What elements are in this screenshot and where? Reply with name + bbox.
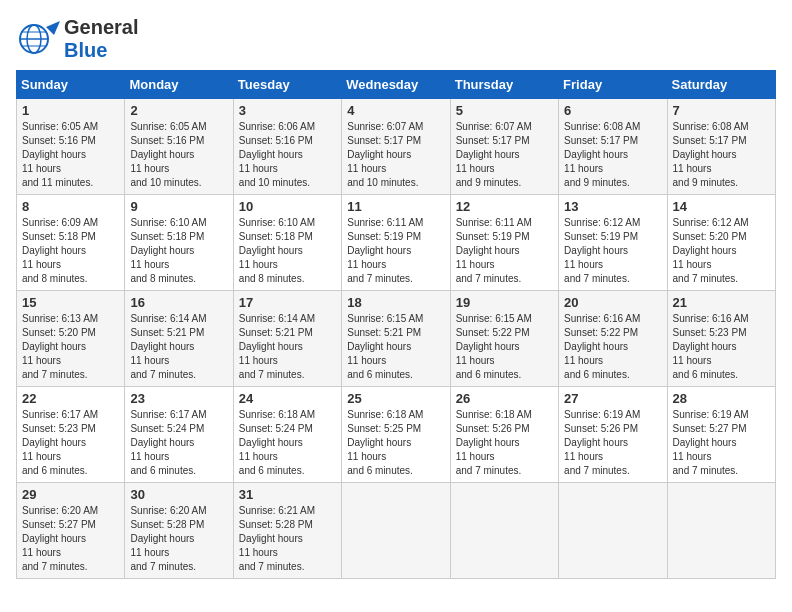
calendar-day-cell: 29Sunrise: 6:20 AMSunset: 5:27 PMDayligh… [17,483,125,579]
day-number: 20 [564,295,661,310]
day-info: Sunrise: 6:16 AMSunset: 5:22 PMDaylight … [564,312,661,382]
header-friday: Friday [559,71,667,99]
header: General Blue [16,16,776,62]
day-number: 26 [456,391,553,406]
calendar-day-cell: 31Sunrise: 6:21 AMSunset: 5:28 PMDayligh… [233,483,341,579]
day-number: 6 [564,103,661,118]
day-number: 30 [130,487,227,502]
day-number: 11 [347,199,444,214]
calendar-day-cell: 10Sunrise: 6:10 AMSunset: 5:18 PMDayligh… [233,195,341,291]
calendar-day-cell: 16Sunrise: 6:14 AMSunset: 5:21 PMDayligh… [125,291,233,387]
day-number: 14 [673,199,770,214]
calendar-day-cell: 5Sunrise: 6:07 AMSunset: 5:17 PMDaylight… [450,99,558,195]
calendar-day-cell: 13Sunrise: 6:12 AMSunset: 5:19 PMDayligh… [559,195,667,291]
day-info: Sunrise: 6:18 AMSunset: 5:26 PMDaylight … [456,408,553,478]
header-sunday: Sunday [17,71,125,99]
calendar-day-cell [342,483,450,579]
day-info: Sunrise: 6:10 AMSunset: 5:18 PMDaylight … [239,216,336,286]
day-number: 25 [347,391,444,406]
day-info: Sunrise: 6:13 AMSunset: 5:20 PMDaylight … [22,312,119,382]
day-info: Sunrise: 6:12 AMSunset: 5:20 PMDaylight … [673,216,770,286]
day-info: Sunrise: 6:17 AMSunset: 5:24 PMDaylight … [130,408,227,478]
day-number: 7 [673,103,770,118]
day-number: 8 [22,199,119,214]
day-number: 21 [673,295,770,310]
calendar-day-cell: 18Sunrise: 6:15 AMSunset: 5:21 PMDayligh… [342,291,450,387]
day-info: Sunrise: 6:08 AMSunset: 5:17 PMDaylight … [673,120,770,190]
calendar-day-cell: 25Sunrise: 6:18 AMSunset: 5:25 PMDayligh… [342,387,450,483]
day-info: Sunrise: 6:18 AMSunset: 5:24 PMDaylight … [239,408,336,478]
calendar-day-cell: 24Sunrise: 6:18 AMSunset: 5:24 PMDayligh… [233,387,341,483]
day-number: 13 [564,199,661,214]
day-number: 9 [130,199,227,214]
day-info: Sunrise: 6:12 AMSunset: 5:19 PMDaylight … [564,216,661,286]
svg-marker-5 [46,21,60,35]
calendar-day-cell: 26Sunrise: 6:18 AMSunset: 5:26 PMDayligh… [450,387,558,483]
calendar-day-cell: 7Sunrise: 6:08 AMSunset: 5:17 PMDaylight… [667,99,775,195]
day-info: Sunrise: 6:14 AMSunset: 5:21 PMDaylight … [130,312,227,382]
day-info: Sunrise: 6:08 AMSunset: 5:17 PMDaylight … [564,120,661,190]
calendar-day-cell: 19Sunrise: 6:15 AMSunset: 5:22 PMDayligh… [450,291,558,387]
calendar-day-cell: 15Sunrise: 6:13 AMSunset: 5:20 PMDayligh… [17,291,125,387]
day-info: Sunrise: 6:19 AMSunset: 5:26 PMDaylight … [564,408,661,478]
day-info: Sunrise: 6:20 AMSunset: 5:28 PMDaylight … [130,504,227,574]
calendar-week-row: 15Sunrise: 6:13 AMSunset: 5:20 PMDayligh… [17,291,776,387]
calendar-day-cell: 23Sunrise: 6:17 AMSunset: 5:24 PMDayligh… [125,387,233,483]
calendar-day-cell: 28Sunrise: 6:19 AMSunset: 5:27 PMDayligh… [667,387,775,483]
day-number: 15 [22,295,119,310]
calendar-day-cell: 20Sunrise: 6:16 AMSunset: 5:22 PMDayligh… [559,291,667,387]
day-number: 29 [22,487,119,502]
calendar-day-cell: 6Sunrise: 6:08 AMSunset: 5:17 PMDaylight… [559,99,667,195]
day-number: 24 [239,391,336,406]
calendar-day-cell: 1Sunrise: 6:05 AMSunset: 5:16 PMDaylight… [17,99,125,195]
day-number: 12 [456,199,553,214]
day-number: 3 [239,103,336,118]
day-number: 23 [130,391,227,406]
calendar-day-cell [667,483,775,579]
day-number: 10 [239,199,336,214]
day-info: Sunrise: 6:21 AMSunset: 5:28 PMDaylight … [239,504,336,574]
calendar-day-cell: 17Sunrise: 6:14 AMSunset: 5:21 PMDayligh… [233,291,341,387]
header-monday: Monday [125,71,233,99]
calendar-day-cell: 30Sunrise: 6:20 AMSunset: 5:28 PMDayligh… [125,483,233,579]
logo-text-blue: Blue [64,39,138,62]
day-number: 17 [239,295,336,310]
calendar-day-cell: 22Sunrise: 6:17 AMSunset: 5:23 PMDayligh… [17,387,125,483]
day-number: 19 [456,295,553,310]
day-info: Sunrise: 6:15 AMSunset: 5:21 PMDaylight … [347,312,444,382]
calendar-week-row: 8Sunrise: 6:09 AMSunset: 5:18 PMDaylight… [17,195,776,291]
calendar-day-cell [450,483,558,579]
calendar-table: Sunday Monday Tuesday Wednesday Thursday… [16,70,776,579]
day-info: Sunrise: 6:09 AMSunset: 5:18 PMDaylight … [22,216,119,286]
day-info: Sunrise: 6:18 AMSunset: 5:25 PMDaylight … [347,408,444,478]
logo: General Blue [16,16,138,62]
day-info: Sunrise: 6:14 AMSunset: 5:21 PMDaylight … [239,312,336,382]
day-info: Sunrise: 6:19 AMSunset: 5:27 PMDaylight … [673,408,770,478]
day-info: Sunrise: 6:06 AMSunset: 5:16 PMDaylight … [239,120,336,190]
day-number: 18 [347,295,444,310]
day-info: Sunrise: 6:20 AMSunset: 5:27 PMDaylight … [22,504,119,574]
logo-icon [16,17,60,61]
day-number: 31 [239,487,336,502]
calendar-day-cell: 27Sunrise: 6:19 AMSunset: 5:26 PMDayligh… [559,387,667,483]
day-number: 2 [130,103,227,118]
calendar-day-cell: 11Sunrise: 6:11 AMSunset: 5:19 PMDayligh… [342,195,450,291]
calendar-week-row: 29Sunrise: 6:20 AMSunset: 5:27 PMDayligh… [17,483,776,579]
calendar-week-row: 22Sunrise: 6:17 AMSunset: 5:23 PMDayligh… [17,387,776,483]
day-number: 5 [456,103,553,118]
calendar-day-cell: 4Sunrise: 6:07 AMSunset: 5:17 PMDaylight… [342,99,450,195]
day-info: Sunrise: 6:15 AMSunset: 5:22 PMDaylight … [456,312,553,382]
day-info: Sunrise: 6:07 AMSunset: 5:17 PMDaylight … [456,120,553,190]
calendar-day-cell: 2Sunrise: 6:05 AMSunset: 5:16 PMDaylight… [125,99,233,195]
calendar-day-cell: 9Sunrise: 6:10 AMSunset: 5:18 PMDaylight… [125,195,233,291]
day-number: 1 [22,103,119,118]
day-info: Sunrise: 6:05 AMSunset: 5:16 PMDaylight … [22,120,119,190]
calendar-day-cell: 21Sunrise: 6:16 AMSunset: 5:23 PMDayligh… [667,291,775,387]
day-info: Sunrise: 6:07 AMSunset: 5:17 PMDaylight … [347,120,444,190]
calendar-week-row: 1Sunrise: 6:05 AMSunset: 5:16 PMDaylight… [17,99,776,195]
calendar-day-cell: 14Sunrise: 6:12 AMSunset: 5:20 PMDayligh… [667,195,775,291]
calendar-day-cell: 12Sunrise: 6:11 AMSunset: 5:19 PMDayligh… [450,195,558,291]
header-thursday: Thursday [450,71,558,99]
weekday-header-row: Sunday Monday Tuesday Wednesday Thursday… [17,71,776,99]
day-info: Sunrise: 6:11 AMSunset: 5:19 PMDaylight … [347,216,444,286]
